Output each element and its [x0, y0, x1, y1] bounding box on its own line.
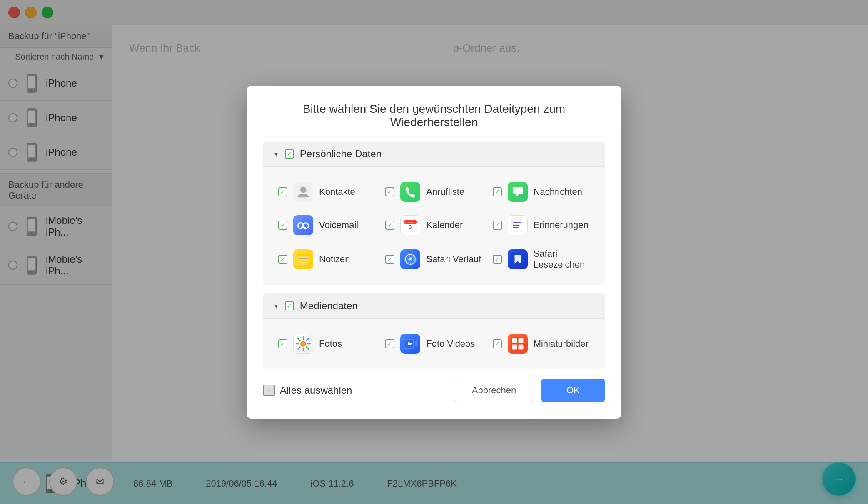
item-safari-lesezeichen: ✓ Safari Lesezeichen	[488, 242, 595, 277]
item-voicemail: ✓ Voicemail	[273, 209, 380, 242]
icon-miniaturbilder	[508, 334, 528, 354]
svg-line-53	[307, 347, 309, 349]
icon-erinnerungen	[508, 215, 528, 235]
app-window: Backup für "iPhone" Sortieren nach Name …	[0, 0, 868, 504]
icon-foto-videos	[400, 334, 420, 354]
checkbox-voicemail[interactable]: ✓	[278, 221, 287, 230]
icon-notizen	[293, 249, 313, 269]
cancel-button[interactable]: Abbrechen	[455, 379, 533, 402]
svg-marker-57	[415, 340, 417, 348]
label-anrufliste: Anrufliste	[426, 186, 464, 197]
item-erinnerungen: ✓ Erinnerunge	[488, 209, 595, 242]
svg-rect-61	[512, 338, 517, 343]
icon-nachrichten	[508, 182, 528, 202]
checkbox-safari-lesezeichen[interactable]: ✓	[493, 255, 502, 264]
item-nachrichten: ✓ Nachrichten	[488, 175, 595, 209]
personal-data-section: ▼ ✓ Persönliche Daten ✓ Ko	[263, 142, 605, 285]
svg-rect-35	[297, 253, 309, 256]
svg-line-54	[307, 338, 309, 340]
media-data-section: ▼ ✓ Mediendaten ✓	[263, 293, 605, 369]
svg-rect-62	[518, 338, 523, 343]
svg-point-33	[513, 227, 514, 228]
icon-voicemail	[293, 215, 313, 235]
personal-section-checkbox[interactable]: ✓	[285, 149, 294, 159]
checkbox-safari-verlauf[interactable]: ✓	[385, 255, 394, 264]
label-nachrichten: Nachrichten	[534, 186, 582, 197]
svg-text:S: S	[406, 221, 407, 223]
svg-rect-63	[512, 344, 517, 349]
label-foto-videos: Foto Videos	[426, 338, 475, 349]
label-safari-lesezeichen: Safari Lesezeichen	[534, 248, 590, 270]
item-anrufliste: ✓ Anrufliste	[380, 175, 487, 209]
svg-text:SUN: SUN	[408, 221, 413, 223]
svg-point-47	[302, 342, 305, 345]
label-kalender: Kalender	[426, 220, 463, 231]
checkbox-kalender[interactable]: ✓	[385, 221, 394, 230]
media-section-header: ▼ ✓ Mediendaten	[263, 293, 605, 319]
modal-footer: − Alles auswählen Abbrechen OK	[263, 379, 605, 402]
item-safari-verlauf: ✓ Safari Verl	[380, 242, 487, 277]
item-miniaturbilder: ✓ Miniaturbilder	[488, 327, 595, 360]
icon-fotos	[293, 334, 313, 354]
media-collapse-icon[interactable]: ▼	[273, 303, 279, 309]
select-all-area: − Alles auswählen	[263, 385, 352, 396]
personal-collapse-icon[interactable]: ▼	[273, 151, 279, 157]
label-notizen: Notizen	[319, 254, 350, 265]
checkbox-nachrichten[interactable]: ✓	[493, 187, 502, 196]
checkbox-anrufliste[interactable]: ✓	[385, 187, 394, 196]
modal-title: Bitte wählen Sie den gewünschten Dateity…	[263, 102, 605, 129]
modal-overlay: Bitte wählen Sie den gewünschten Dateity…	[0, 0, 868, 504]
svg-line-55	[298, 347, 300, 349]
label-miniaturbilder: Miniaturbilder	[534, 338, 589, 349]
icon-kalender: 3 S SUN	[400, 215, 420, 235]
item-notizen: ✓ Notizen	[273, 242, 380, 277]
checkbox-fotos[interactable]: ✓	[278, 339, 287, 348]
item-foto-videos: ✓ Foto Videos	[380, 327, 487, 360]
personal-items-grid: ✓ Kontakte ✓	[263, 167, 605, 285]
label-safari-verlauf: Safari Verlauf	[426, 254, 481, 265]
svg-point-32	[513, 224, 514, 226]
modal-buttons: Abbrechen OK	[455, 379, 605, 402]
label-voicemail: Voicemail	[319, 220, 358, 231]
icon-anrufliste	[400, 182, 420, 202]
checkbox-notizen[interactable]: ✓	[278, 255, 287, 264]
icon-safari-lesezeichen	[508, 249, 528, 269]
ok-button[interactable]: OK	[541, 379, 605, 402]
icon-kontakte	[293, 182, 313, 202]
modal-dialog: Bitte wählen Sie den gewünschten Dateity…	[247, 86, 621, 419]
item-kontakte: ✓ Kontakte	[273, 175, 380, 209]
icon-safari-verlauf	[400, 249, 420, 269]
svg-line-52	[298, 338, 300, 340]
checkbox-foto-videos[interactable]: ✓	[385, 339, 394, 348]
item-fotos: ✓	[273, 327, 380, 360]
media-items-grid: ✓	[263, 319, 605, 369]
svg-rect-64	[518, 344, 523, 349]
select-all-icon[interactable]: −	[263, 385, 275, 396]
checkbox-miniaturbilder[interactable]: ✓	[493, 339, 502, 348]
label-fotos: Fotos	[319, 338, 342, 349]
personal-section-header: ▼ ✓ Persönliche Daten	[263, 142, 605, 167]
checkbox-kontakte[interactable]: ✓	[278, 187, 287, 196]
svg-point-18	[300, 186, 307, 193]
media-section-checkbox[interactable]: ✓	[285, 301, 294, 310]
label-erinnerungen: Erinnerungen	[534, 220, 589, 231]
svg-text:3: 3	[409, 224, 412, 230]
checkbox-erinnerungen[interactable]: ✓	[493, 221, 502, 230]
media-section-title: Mediendaten	[300, 300, 358, 312]
svg-point-31	[513, 222, 514, 223]
label-kontakte: Kontakte	[319, 186, 355, 197]
personal-section-title: Persönliche Daten	[300, 148, 382, 160]
select-all-label: Alles auswählen	[280, 385, 352, 396]
item-kalender: ✓ 3 S SUN Kalender	[380, 209, 487, 242]
svg-rect-21	[301, 227, 306, 228]
